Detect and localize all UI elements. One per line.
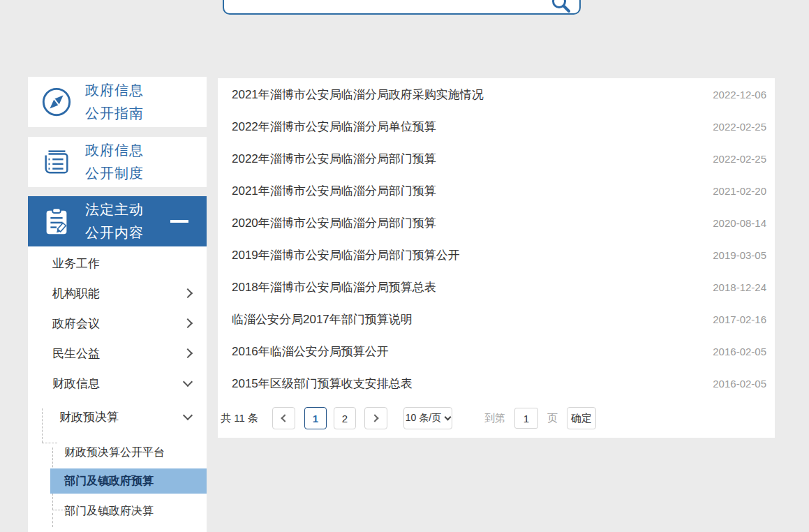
menu-label: 财政预决算 — [59, 409, 119, 425]
compass-icon — [40, 86, 73, 118]
chevron-down-icon — [183, 411, 193, 420]
document-link[interactable]: 2021年淄博市公安局临淄分局政府采购实施情况 — [232, 87, 484, 103]
next-page-button[interactable] — [364, 407, 387, 429]
chevron-right-icon — [183, 288, 193, 298]
document-link[interactable]: 2018年淄博市公安局临淄分局预算总表 — [232, 279, 436, 295]
page-button-1[interactable]: 1 — [304, 407, 327, 429]
list-item[interactable]: 2020年淄博市公安局临淄分局部门预算 2020-08-14 — [218, 207, 775, 239]
menu-label: 政府会议 — [52, 316, 100, 332]
list-item[interactable]: 临淄公安分局2017年部门预算说明 2017-02-16 — [218, 303, 775, 335]
document-link[interactable]: 临淄公安分局2017年部门预算说明 — [232, 311, 413, 327]
list-item[interactable]: 2019年淄博市公安局临淄分局部门预算公开 2019-03-05 — [218, 239, 775, 271]
document-date: 2019-03-05 — [713, 249, 766, 261]
pagination-bar: 共 11 条 1 2 10 条/页 到第 页 确定 — [218, 407, 775, 429]
sidebar-item-budget-platform[interactable]: 财政预决算公开平台 — [28, 440, 207, 465]
goto-label: 到第 — [484, 407, 505, 429]
document-date: 2016-02-05 — [713, 378, 766, 390]
list-item[interactable]: 2021年淄博市公安局临淄分局部门预算 2021-02-20 — [218, 175, 775, 207]
document-date: 2020-08-14 — [713, 217, 766, 229]
menu-label: 财政预决算公开平台 — [64, 445, 165, 460]
page-unit-label: 页 — [547, 407, 558, 429]
document-link[interactable]: 2015年区级部门预算收支安排总表 — [232, 376, 413, 392]
sidebar-item-livelihood[interactable]: 民生公益 — [28, 339, 207, 369]
page-size-value: 10 条/页 — [406, 412, 441, 424]
sidebar-item-fiscal-info[interactable]: 财政信息 — [28, 369, 207, 399]
sidebar-item-label: 公开指南 — [85, 102, 144, 125]
document-link[interactable]: 2016年临淄公安分局预算公开 — [232, 343, 389, 360]
list-item[interactable]: 2018年淄博市公安局临淄分局预算总表 2018-12-24 — [218, 271, 775, 303]
chevron-right-icon — [183, 318, 193, 328]
sidebar-item-dept-town-final[interactable]: 部门及镇政府决算 — [28, 498, 207, 524]
document-date: 2018-12-24 — [713, 281, 766, 293]
menu-label: 部门及镇政府决算 — [64, 504, 154, 519]
sidebar-item-system[interactable]: 政府信息 公开制度 — [28, 137, 207, 187]
list-item[interactable]: 2016年临淄公安分局预算公开 2016-02-05 — [218, 335, 775, 367]
sidebar-item-fiscal-budgets-group[interactable]: 财政预决算 — [28, 402, 207, 432]
chevron-down-icon — [445, 414, 452, 421]
sidebar-submenu-panel: 业务工作 机构职能 政府会议 民生公益 财政信息 财政预决算 财政预决算公 — [28, 246, 207, 532]
sidebar-item-label: 政府信息 — [85, 139, 144, 162]
document-link[interactable]: 2019年淄博市公安局临淄分局部门预算公开 — [232, 247, 460, 263]
sidebar-item-dept-town-budget[interactable]: 部门及镇政府预算 — [50, 468, 207, 494]
ledger-icon — [40, 146, 73, 178]
document-link[interactable]: 2020年淄博市公安局临淄分局部门预算 — [232, 215, 436, 231]
document-link[interactable]: 2021年淄博市公安局临淄分局部门预算 — [232, 183, 436, 199]
chevron-left-icon — [281, 414, 288, 422]
goto-page-input[interactable] — [514, 408, 538, 429]
document-date: 2021-02-20 — [713, 185, 766, 197]
chevron-down-icon — [183, 377, 193, 387]
prev-page-button[interactable] — [272, 407, 295, 429]
document-date: 2017-02-16 — [713, 313, 766, 325]
sidebar-item-business[interactable]: 业务工作 — [28, 249, 207, 279]
sidebar-item-org-functions[interactable]: 机构职能 — [28, 279, 207, 309]
document-list-panel: 2021年淄博市公安局临淄分局政府采购实施情况 2022-12-06 2022年… — [218, 78, 775, 438]
document-link[interactable]: 2022年淄博市公安局临淄分局单位预算 — [232, 119, 436, 135]
sidebar-item-guide[interactable]: 政府信息 公开指南 — [28, 77, 207, 127]
sidebar-item-label: 公开制度 — [85, 162, 144, 185]
collapse-minus-icon[interactable] — [170, 220, 188, 223]
list-item[interactable]: 2022年淄博市公安局临淄分局单位预算 2022-02-25 — [218, 110, 775, 142]
sidebar-item-label: 政府信息 — [85, 79, 144, 102]
page: 政府信息 公开指南 政府信息 公开制度 法定主动 公开内容 — [0, 0, 809, 532]
menu-label: 财政信息 — [52, 376, 100, 392]
search-icon[interactable] — [551, 0, 570, 13]
menu-label: 业务工作 — [52, 256, 100, 272]
menu-label: 机构职能 — [52, 286, 100, 302]
document-link[interactable]: 2022年淄博市公安局临淄分局部门预算 — [232, 151, 436, 167]
document-date: 2022-02-25 — [713, 121, 766, 133]
list-item[interactable]: 2022年淄博市公安局临淄分局部门预算 2022-02-25 — [218, 142, 775, 175]
sidebar-item-gov-meetings[interactable]: 政府会议 — [28, 309, 207, 339]
page-button-2[interactable]: 2 — [334, 407, 356, 429]
document-date: 2022-02-25 — [713, 153, 766, 165]
search-input[interactable] — [223, 0, 581, 15]
list-item[interactable]: 2015年区级部门预算收支安排总表 2016-02-05 — [218, 367, 775, 399]
chevron-right-icon — [371, 414, 378, 422]
document-date: 2022-12-06 — [713, 89, 766, 101]
sidebar-item-label: 法定主动 — [85, 198, 144, 221]
list-item[interactable]: 2021年淄博市公安局临淄分局政府采购实施情况 2022-12-06 — [218, 78, 775, 110]
document-date: 2016-02-05 — [713, 346, 766, 357]
total-count-label: 共 11 条 — [221, 407, 258, 429]
chevron-right-icon — [183, 348, 193, 358]
sidebar-item-label: 公开内容 — [85, 221, 144, 244]
menu-label: 部门及镇政府预算 — [64, 474, 154, 489]
sidebar-item-statutory[interactable]: 法定主动 公开内容 — [28, 196, 207, 246]
menu-label: 民生公益 — [52, 346, 100, 362]
clipboard-pencil-icon — [40, 205, 73, 237]
page-size-select[interactable]: 10 条/页 — [403, 407, 452, 429]
confirm-button[interactable]: 确定 — [567, 407, 596, 429]
